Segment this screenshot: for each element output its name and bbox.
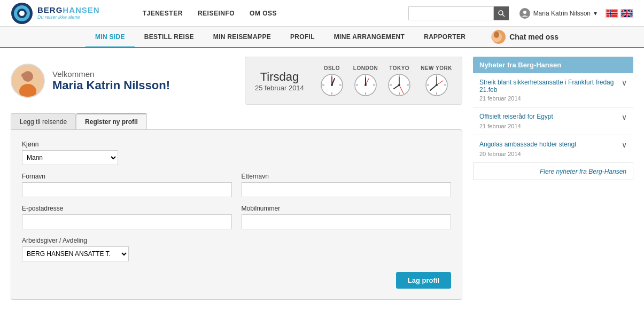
flag-area [606, 9, 633, 18]
clock-oslo-label: OSLO [324, 65, 340, 71]
chat-area[interactable]: Chat med oss [491, 29, 558, 44]
clock-oslo: OSLO [320, 65, 344, 97]
uk-flag[interactable] [620, 9, 633, 18]
news-item-1-header: Offisielt reiseråd for Egypt ∨ [479, 113, 627, 121]
news-item-0: Streik blant sikkerhetsansatte i Frankfu… [473, 73, 633, 107]
date-label: 25 februar 2014 [255, 84, 304, 92]
svg-point-55 [436, 84, 438, 86]
subnav-profil[interactable]: PROFIL [281, 27, 324, 48]
logo-berg: BERG [37, 5, 63, 14]
fornavn-input[interactable] [22, 182, 232, 197]
clock-new-york-label: NEW YORK [421, 65, 452, 71]
clock-tokyo: TOKYO [387, 65, 411, 97]
news-item-1: Offisielt reiseråd for Egypt ∨ 21 februa… [473, 107, 633, 135]
welcome-text: Velkommen Maria Katrin Nilsson! [52, 69, 170, 92]
form-row-contact: E-postadresse Mobilnummer [22, 205, 451, 229]
main-content: Velkommen Maria Katrin Nilsson! Tirsdag … [0, 48, 644, 308]
chevron-down-icon-2[interactable]: ∨ [622, 141, 627, 149]
welcome-left: Velkommen Maria Katrin Nilsson! [11, 64, 234, 98]
news-title-0[interactable]: Streik blant sikkerhetsansatte i Frankfu… [479, 79, 622, 94]
welcome-greeting: Velkommen [52, 69, 170, 79]
logo-hansen: HANSEN [63, 5, 99, 14]
tab-legg-til-reisende[interactable]: Legg til reisende [11, 113, 76, 129]
welcome-banner: Velkommen Maria Katrin Nilsson! Tirsdag … [11, 57, 462, 105]
news-date-1: 21 februar 2014 [479, 123, 627, 129]
news-title-2[interactable]: Angolas ambassade holder stengt [479, 141, 576, 148]
news-title-1[interactable]: Offisielt reiseråd for Egypt [479, 113, 553, 120]
form-group-etternavn: Etternavn [242, 173, 452, 197]
svg-point-15 [494, 32, 499, 38]
news-item-0-header: Streik blant sikkerhetsansatte i Frankfu… [479, 79, 627, 94]
form-group-kjønn: Kjønn Mann Kvinne [22, 141, 451, 165]
nav-reiseinfo[interactable]: REISEINFO [198, 10, 235, 17]
email-input[interactable] [22, 214, 232, 229]
tab-register-ny-profil[interactable]: Register ny profil [76, 113, 147, 129]
user-name: Maria Katrin Nilsson [533, 10, 591, 17]
form-group-email: E-postadresse [22, 205, 232, 229]
avatar [11, 64, 45, 98]
day-label: Tirsdag [255, 70, 304, 84]
subnav-mine-arrangement[interactable]: MINE ARRANGEMENT [324, 27, 414, 48]
nav-tjenester[interactable]: TJENESTER [143, 10, 183, 17]
form-row-kjønn: Kjønn Mann Kvinne [22, 141, 451, 165]
user-dropdown-icon[interactable]: ▾ [594, 10, 597, 17]
form-row-name: Fornavn Etternavn [22, 173, 451, 197]
news-date-0: 21 februar 2014 [479, 95, 627, 102]
news-more-link[interactable]: Flere nyheter fra Berg-Hansen [540, 168, 626, 175]
form-row-employer: Arbeidsgiver / Avdeling BERG HANSEN ANSA… [22, 237, 451, 261]
clock-oslo-face [320, 73, 344, 97]
chevron-down-icon-1[interactable]: ∨ [622, 113, 627, 121]
clock-tokyo-label: TOKYO [389, 65, 409, 71]
form-group-fornavn: Fornavn [22, 173, 232, 197]
employer-select[interactable]: BERG HANSEN ANSATTE T. [22, 246, 129, 261]
clock-london: LONDON [353, 65, 378, 97]
sub-nav: MIN SIDE BESTILL REISE MIN REISEMAPPE PR… [0, 27, 644, 48]
subnav-bestill-reise[interactable]: BESTILL REISE [135, 27, 204, 48]
subnav-rapporter[interactable]: RAPPORTER [414, 27, 475, 48]
employer-label: Arbeidsgiver / Avdeling [22, 237, 129, 244]
chat-label: Chat med oss [509, 33, 558, 41]
clock-london-label: LONDON [353, 65, 378, 71]
email-label: E-postadresse [22, 205, 232, 212]
user-icon [519, 8, 530, 19]
subnav-min-reisemappe[interactable]: MIN REISEMAPPE [204, 27, 281, 48]
news-panel: Nyheter fra Berg-Hansen Streik blant sik… [473, 57, 633, 180]
news-header: Nyheter fra Berg-Hansen [473, 57, 633, 73]
date-display: Tirsdag 25 februar 2014 [255, 70, 304, 92]
news-date-2: 20 februar 2014 [479, 151, 627, 157]
kjønn-label: Kjønn [22, 141, 451, 148]
lag-profil-button[interactable]: Lag profil [396, 272, 451, 289]
svg-point-3 [19, 11, 25, 16]
form-group-mobile: Mobilnummer [242, 205, 452, 229]
avatar-image [12, 65, 44, 97]
chevron-down-icon-0[interactable]: ∨ [622, 79, 627, 87]
search-button[interactable] [494, 6, 509, 20]
chat-icon [491, 29, 506, 44]
mobile-input[interactable] [242, 214, 452, 229]
subnav-min-side[interactable]: MIN SIDE [86, 27, 135, 48]
top-nav: BERGHANSEN Du reiser ikke alene TJENESTE… [0, 0, 644, 27]
clocks-section: Tirsdag 25 februar 2014 OSLO [245, 57, 462, 105]
tabs-row: Legg til reisende Register ny profil [11, 113, 462, 129]
svg-line-5 [502, 14, 505, 17]
search-icon [498, 10, 505, 17]
kjønn-select[interactable]: Mann Kvinne [22, 150, 118, 165]
welcome-name: Maria Katrin Nilsson! [52, 79, 170, 92]
clock-new-york: NEW YORK [421, 65, 452, 97]
etternavn-input[interactable] [242, 182, 452, 197]
form-group-employer: Arbeidsgiver / Avdeling BERG HANSEN ANSA… [22, 237, 129, 261]
mobile-label: Mobilnummer [242, 205, 452, 212]
news-item-2-header: Angolas ambassade holder stengt ∨ [479, 141, 627, 149]
top-nav-links: TJENESTER REISEINFO OM OSS [143, 10, 398, 17]
search-input[interactable] [408, 6, 494, 20]
news-more: Flere nyheter fra Berg-Hansen [473, 163, 633, 180]
user-area: Maria Katrin Nilsson ▾ [519, 8, 597, 19]
nav-om-oss[interactable]: OM OSS [250, 10, 277, 17]
svg-rect-11 [607, 13, 618, 14]
svg-point-28 [331, 84, 333, 86]
norway-flag[interactable] [606, 9, 618, 18]
svg-point-46 [398, 84, 400, 86]
clocks-group: OSLO [320, 65, 452, 97]
news-item-2: Angolas ambassade holder stengt ∨ 20 feb… [473, 135, 633, 163]
svg-point-6 [523, 11, 526, 14]
